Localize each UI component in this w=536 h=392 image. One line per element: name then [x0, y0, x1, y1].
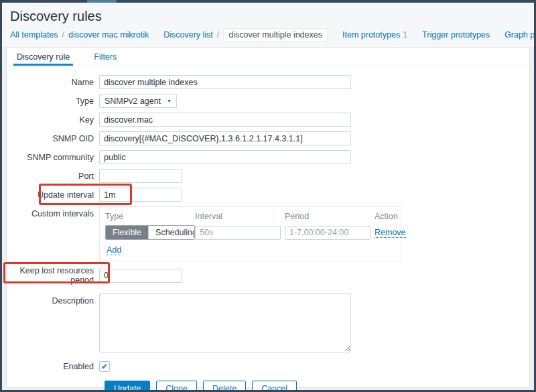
key-row: Key: [7, 113, 529, 127]
page: Discovery rules All templates / discover…: [2, 3, 534, 390]
enabled-checkbox[interactable]: ✔: [99, 361, 110, 372]
type-select-value: SNMPv2 agent: [105, 96, 161, 106]
add-interval-link[interactable]: Add: [107, 245, 121, 255]
cancel-button[interactable]: Cancel: [252, 381, 297, 390]
breadcrumb-current-rule: discover multiple indexes: [223, 28, 328, 42]
port-label: Port: [7, 172, 99, 181]
update-interval-row: Update interval: [7, 188, 529, 202]
item-prototypes-link[interactable]: Item prototypes: [342, 30, 400, 40]
custom-intervals-entry: Flexible Scheduling Remove: [105, 225, 395, 240]
tab-bar: Discovery rule Filters: [7, 48, 529, 66]
interval-type-toggle: Flexible Scheduling: [105, 225, 195, 240]
keep-lost-resources-row: Keep lost resources period: [7, 266, 529, 285]
ci-header-type: Type: [105, 212, 191, 221]
custom-intervals-header: Type Interval Period Action: [105, 212, 395, 221]
breadcrumb-separator: /: [62, 30, 64, 40]
update-interval-label: Update interval: [7, 190, 99, 200]
description-row: Description: [7, 293, 529, 352]
breadcrumb-rule-trail: Discovery list / discover multiple index…: [163, 28, 328, 42]
ci-header-period: Period: [285, 212, 371, 221]
window-top-accent: [87, 0, 117, 3]
description-textarea[interactable]: [99, 293, 351, 352]
snmp-oid-row: SNMP OID: [7, 131, 529, 145]
breadcrumb-template-trail: All templates / discover mac mikrotik: [10, 30, 149, 40]
custom-interval-input[interactable]: [195, 226, 281, 240]
snmp-community-row: SNMP community: [7, 150, 529, 164]
nav-trigger-prototypes[interactable]: Trigger prototypes: [422, 30, 490, 40]
enabled-label: Enabled: [7, 362, 99, 371]
name-row: Name: [7, 75, 529, 89]
custom-intervals-label: Custom intervals: [7, 206, 99, 218]
breadcrumb-template-name-link[interactable]: discover mac mikrotik: [68, 30, 149, 40]
type-label: Type: [7, 96, 99, 106]
update-button[interactable]: Update: [105, 381, 150, 390]
flexible-toggle-button[interactable]: Flexible: [106, 226, 148, 239]
breadcrumb-all-templates-link[interactable]: All templates: [10, 30, 58, 40]
clone-button[interactable]: Clone: [156, 381, 197, 390]
page-title: Discovery rules: [10, 3, 526, 24]
type-select[interactable]: SNMPv2 agent ▼: [99, 94, 177, 108]
check-icon: ✔: [101, 363, 108, 371]
snmp-community-label: SNMP community: [7, 153, 99, 162]
breadcrumb: All templates / discover mac mikrotik Di…: [10, 28, 526, 47]
custom-intervals-row: Custom intervals Type Interval Period Ac…: [7, 206, 529, 261]
snmp-oid-label: SNMP OID: [7, 134, 99, 143]
keep-lost-resources-label: Keep lost resources period: [7, 266, 99, 285]
header-region: Discovery rules All templates / discover…: [2, 3, 534, 47]
port-row: Port: [7, 169, 529, 183]
snmp-community-input[interactable]: [99, 150, 351, 164]
ci-header-interval: Interval: [195, 212, 281, 221]
scheduling-toggle-button[interactable]: Scheduling: [148, 226, 195, 239]
enabled-row: Enabled ✔: [7, 361, 529, 372]
name-label: Name: [7, 78, 99, 87]
breadcrumb-discovery-list-link[interactable]: Discovery list: [163, 30, 213, 40]
chevron-down-icon: ▼: [167, 99, 172, 103]
remove-interval-link[interactable]: Remove: [375, 228, 406, 238]
breadcrumb-separator: /: [217, 30, 219, 40]
delete-button[interactable]: Delete: [203, 381, 246, 390]
key-label: Key: [7, 115, 99, 125]
port-input[interactable]: [99, 169, 182, 183]
name-input[interactable]: [99, 75, 351, 89]
tab-discovery-rule[interactable]: Discovery rule: [13, 48, 73, 66]
keep-lost-resources-input[interactable]: [99, 269, 182, 283]
custom-period-input[interactable]: [285, 226, 371, 240]
tab-filters[interactable]: Filters: [90, 48, 120, 66]
form-actions: Update Clone Delete Cancel: [105, 381, 529, 390]
form-container: Discovery rule Filters Name Type SNMPv2 …: [6, 47, 530, 388]
item-prototypes-count: 1: [403, 30, 407, 40]
type-row: Type SNMPv2 agent ▼: [7, 94, 529, 108]
key-input[interactable]: [99, 113, 351, 127]
nav-item-prototypes[interactable]: Item prototypes 1: [342, 30, 407, 40]
ci-header-action: Action: [375, 212, 398, 221]
description-label: Description: [7, 293, 99, 306]
snmp-oid-input[interactable]: [99, 131, 351, 145]
nav-graph-prototypes[interactable]: Graph prototypes: [505, 30, 534, 40]
update-interval-input[interactable]: [99, 188, 182, 202]
custom-intervals-box: Type Interval Period Action Flexible Sch…: [99, 206, 401, 261]
discovery-rule-form: Name Type SNMPv2 agent ▼ Key SNMP OID SN…: [7, 66, 529, 390]
